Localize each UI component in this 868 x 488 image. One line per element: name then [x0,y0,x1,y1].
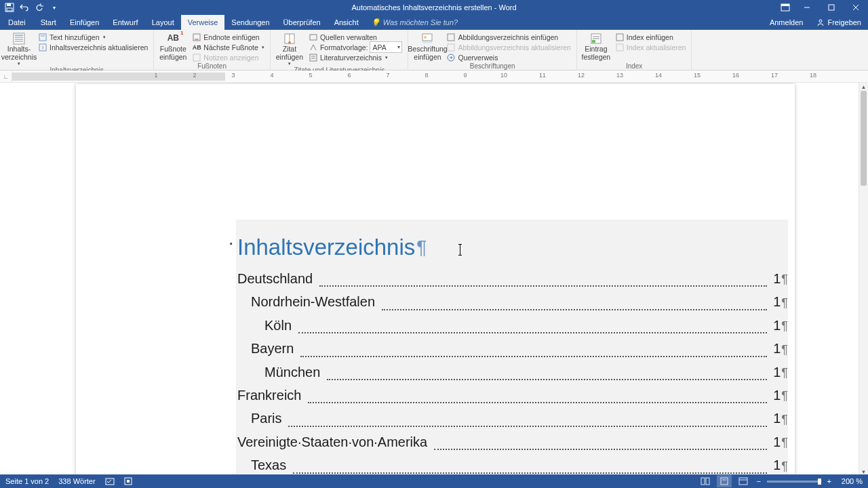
toc-entry-page: 1 [770,290,781,313]
add-text-button[interactable]: Text hinzufügen▾ [37,32,149,42]
zoom-level[interactable]: 200 % [842,477,863,485]
toc-entry[interactable]: Paris 1¶ [237,407,788,430]
tab-sendungen[interactable]: Sendungen [224,15,276,30]
tab-selector[interactable]: ∟ [0,70,12,83]
print-layout-button[interactable] [717,475,732,487]
spellcheck-icon[interactable] [105,476,115,486]
zoom-out-button[interactable]: − [755,477,763,485]
qat-more-icon[interactable]: ▾ [47,1,61,14]
style-value[interactable]: APA [370,41,402,53]
manage-sources-button[interactable]: Quellen verwalten [307,32,404,42]
pilcrow-icon: ¶ [781,386,788,407]
insert-citation-label: Zitat einfügen [276,45,303,61]
save-icon[interactable] [3,1,16,14]
redo-icon[interactable] [33,1,46,14]
toc-entry[interactable]: Bayern 1¶ [237,337,788,360]
zoom-slider[interactable] [767,481,821,483]
toc-entry[interactable]: München 1¶ [237,361,788,384]
toc-entry-label: Vereinigte·Staaten·von·Amerika [237,430,431,453]
ruler-tick: 14 [655,72,662,79]
svg-rect-44 [706,478,709,485]
share-icon [816,18,825,26]
ribbon-display-options-icon[interactable] [776,1,795,14]
share-label: Freigeben [827,18,861,26]
anchor-icon: ▪ [230,239,233,247]
toc-entry-label: Köln [264,314,296,337]
toc-heading[interactable]: Inhaltsverzeichnis¶ [237,235,788,260]
pilcrow-icon: ¶ [781,432,788,453]
pilcrow-icon: ¶ [781,456,788,476]
ruler-tick: 5 [309,72,312,79]
toc-leader [434,449,767,450]
tab-einfuegen[interactable]: Einfügen [63,15,106,30]
tab-verweise[interactable]: Verweise [181,15,225,30]
toc-entry[interactable]: Deutschland 1¶ [237,267,788,290]
toc-leader [327,379,767,380]
toc-entry[interactable]: Vereinigte·Staaten·von·Amerika 1¶ [237,430,788,453]
svg-rect-31 [448,34,454,41]
svg-rect-42 [127,480,130,483]
svg-rect-2 [7,8,12,11]
add-text-icon [38,33,47,42]
toc-button[interactable]: Inhalts- verzeichnis ▾ [4,31,34,66]
insert-citation-button[interactable]: Zitat einfügen ▾ [275,31,304,66]
mark-entry-button[interactable]: Eintrag festlegen [581,31,611,61]
pilcrow-icon: ¶ [781,363,788,384]
insert-index-button[interactable]: Index einfügen [614,32,688,42]
bibliography-icon [309,53,318,62]
next-footnote-icon: AB [192,43,201,52]
insert-caption-button[interactable]: Beschriftung einfügen [412,31,442,61]
word-count[interactable]: 338 Wörter [58,477,95,485]
toc-list[interactable]: Deutschland 1¶Nordrhein-Westfalen 1¶Köln… [237,267,788,476]
file-tab[interactable]: Datei [0,15,34,30]
insert-caption-label: Beschriftung einfügen [408,45,447,61]
web-layout-button[interactable] [736,475,751,487]
toc-leader [382,309,767,310]
tab-ansicht[interactable]: Ansicht [328,15,366,30]
page[interactable]: ▪ Inhaltsverzeichnis¶ Deutschland 1¶Nord… [76,84,795,476]
toc-entry[interactable]: Frankreich 1¶ [237,384,788,407]
close-button[interactable] [844,0,868,15]
svg-text:!: ! [42,45,43,51]
bibliography-button[interactable]: Literaturverzeichnis▾ [307,52,404,62]
tab-entwurf[interactable]: Entwurf [106,15,144,30]
vertical-scrollbar[interactable]: ▲ ▼ [859,83,868,476]
insert-footnote-button[interactable]: AB1 Fußnote einfügen [158,31,188,61]
ruler-tick: 2 [193,72,196,79]
ruler-tick: 6 [347,72,351,79]
insert-endnote-button[interactable]: Endnote einfügen [191,32,266,42]
toc-entry[interactable]: Köln 1¶ [237,314,788,337]
document-area[interactable]: ▪ Inhaltsverzeichnis¶ Deutschland 1¶Nord… [0,83,868,476]
show-notes-icon [192,53,201,62]
share-button[interactable]: Freigeben [810,15,868,30]
tab-start[interactable]: Start [34,15,63,30]
crossref-button[interactable]: Querverweis [445,52,572,62]
minimize-button[interactable] [795,0,819,15]
group-captions-label: Beschriftungen [412,62,572,70]
next-footnote-button[interactable]: ABNächste Fußnote▾ [191,42,266,52]
manage-sources-icon [309,33,318,42]
maximize-button[interactable] [819,0,844,15]
sign-in-link[interactable]: Anmelden [763,15,810,30]
zoom-in-button[interactable]: + [825,477,833,485]
toc-entry[interactable]: Texas 1¶ [237,453,788,476]
page-indicator[interactable]: Seite 1 von 2 [5,477,49,485]
horizontal-ruler[interactable]: ∟ 123456789101112131415161718 [0,70,868,83]
tab-ueberpruefen[interactable]: Überprüfen [277,15,328,30]
macro-record-icon[interactable] [124,477,132,485]
update-fig-icon [446,43,456,52]
tab-layout[interactable]: Layout [145,15,181,30]
toc-leader [298,332,767,333]
insert-fig-index-button[interactable]: Abbildungsverzeichnis einfügen [445,32,572,42]
update-toc-button[interactable]: !Inhaltsverzeichnis aktualisieren [37,42,149,52]
svg-rect-30 [422,41,432,43]
scroll-thumb[interactable] [861,91,867,186]
scroll-up-icon[interactable]: ▲ [860,83,868,91]
read-mode-button[interactable] [698,475,713,487]
toc-entry-page: 1 [770,384,781,407]
tell-me-search[interactable]: 💡 Was möchten Sie tun? [366,15,463,30]
toc-entry[interactable]: Nordrhein-Westfalen 1¶ [237,290,788,313]
ruler-tick: 10 [500,72,507,79]
undo-icon[interactable] [18,1,31,14]
citation-style-select[interactable]: Formatvorlage:APA [307,42,404,52]
